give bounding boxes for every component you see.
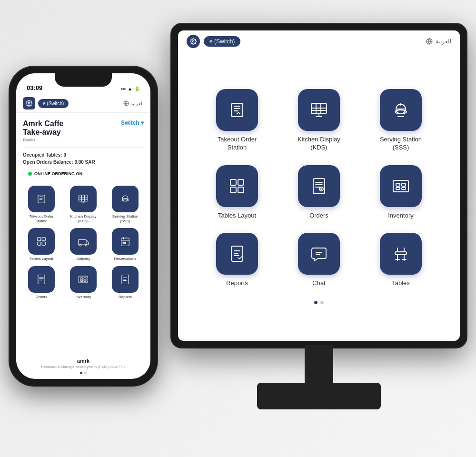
tables-icon-box — [380, 233, 422, 275]
phone-inline-switch[interactable]: Switch ▾ — [121, 119, 144, 126]
svg-point-30 — [28, 102, 30, 104]
phone-takeout-label: Takeout OrderStation — [30, 214, 54, 223]
svg-rect-13 — [230, 187, 236, 193]
phone-app-reports[interactable]: Reports — [107, 266, 144, 299]
monitor-pagination — [314, 301, 324, 304]
phone-footer: amrk Restaurant Management System (RMS) … — [16, 353, 150, 379]
svg-rect-42 — [42, 238, 45, 241]
svg-point-0 — [192, 40, 194, 42]
phone-brand: amrk — [77, 358, 89, 364]
svg-rect-20 — [396, 188, 400, 189]
phone-notch — [55, 73, 112, 87]
open-orders-stat: Open Orders Balance: 0.00 SAR — [23, 159, 144, 165]
monitor-content: Takeout OrderStation Kitchen Display(KDS… — [178, 52, 460, 341]
phone-orders-label: Orders — [36, 295, 47, 299]
takeout-label: Takeout OrderStation — [218, 136, 257, 152]
phone-delivery-icon — [70, 228, 97, 255]
tables-layout-label: Tables Layout — [218, 212, 256, 220]
chat-icon-box — [298, 233, 340, 275]
svg-rect-53 — [80, 280, 83, 281]
svg-rect-43 — [38, 242, 41, 245]
phone-arabic-label: العربية — [130, 101, 144, 106]
phone-app-reservations[interactable]: Reservations — [107, 228, 144, 261]
svg-rect-45 — [78, 240, 86, 245]
tables-label: Tables — [392, 279, 410, 288]
phone-inventory-label: Inventory — [76, 295, 91, 299]
settings-icon[interactable] — [187, 35, 200, 48]
monitor-switch-button[interactable]: e (Switch) — [204, 36, 240, 47]
phone-top-bar-left: e (Switch) — [23, 97, 69, 109]
phone-app-orders[interactable]: Orders — [23, 266, 60, 299]
svg-rect-50 — [79, 276, 88, 283]
takeout-icon-box — [216, 89, 258, 131]
phone-app-takeout[interactable]: Takeout OrderStation — [23, 186, 60, 223]
phone-signal-icons: ▪▪▪ ▲ 🔋 — [120, 86, 140, 91]
svg-rect-12 — [238, 179, 244, 185]
phone-kds-icon — [70, 186, 97, 212]
restaurant-role: Binder — [23, 138, 63, 142]
divider-1 — [23, 147, 144, 148]
svg-rect-3 — [231, 103, 243, 117]
phone-body: 03:09 ▪▪▪ ▲ 🔋 e (Switch) — [10, 67, 157, 386]
phone-reservations-label: Reservations — [114, 257, 137, 261]
svg-rect-11 — [230, 179, 236, 185]
monitor-header-left: e (Switch) — [187, 35, 240, 48]
monitor-app-takeout[interactable]: Takeout OrderStation — [205, 89, 269, 152]
monitor-neck — [305, 345, 333, 383]
phone-pagination — [80, 372, 87, 374]
svg-rect-54 — [84, 280, 86, 281]
svg-point-46 — [79, 245, 81, 247]
serving-icon-box — [380, 89, 422, 131]
phone-app-serving[interactable]: Serving Station(SSS) — [107, 186, 144, 223]
monitor-screen: e (Switch) العربية — [178, 30, 460, 341]
inventory-icon-box — [380, 165, 422, 207]
phone-serving-icon — [112, 186, 139, 212]
phone-app-delivery[interactable]: Delivery — [65, 228, 102, 261]
reports-icon-box — [216, 233, 258, 275]
phone-app-kds[interactable]: Kitchen Display(KDS) — [65, 186, 102, 223]
phone-switch-button[interactable]: e (Switch) — [38, 99, 69, 108]
pagination-dot-2 — [320, 301, 324, 304]
restaurant-info: Amrk CaffeTake-away Binder — [23, 119, 63, 142]
restaurant-header: Amrk CaffeTake-away Binder Switch ▾ — [23, 119, 144, 142]
pagination-dot-1 — [314, 301, 317, 304]
monitor-app-kds[interactable]: Kitchen Display(KDS) — [287, 89, 351, 152]
scene: e (Switch) العربية — [0, 0, 476, 457]
phone-kds-label: Kitchen Display(KDS) — [70, 214, 96, 223]
online-status-label: ONLINE ORDERING ON — [34, 171, 82, 176]
phone-dot-2 — [84, 372, 87, 374]
monitor-app-inventory[interactable]: Inventory — [368, 165, 433, 220]
phone-tables-layout-label: Tables Layout — [30, 257, 53, 261]
phone-screen: 03:09 ▪▪▪ ▲ 🔋 e (Switch) — [16, 73, 150, 379]
phone-app-tables-layout[interactable]: Tables Layout — [23, 228, 60, 261]
svg-rect-14 — [238, 187, 244, 193]
monitor-app-tables[interactable]: Tables — [368, 233, 433, 288]
phone-app-inventory[interactable]: Inventory — [65, 266, 102, 299]
monitor-wrapper: e (Switch) العربية — [171, 24, 466, 433]
monitor-app-serving[interactable]: Serving Station(SSS) — [368, 89, 433, 152]
svg-rect-51 — [80, 278, 83, 279]
svg-rect-21 — [402, 188, 406, 189]
svg-rect-4 — [311, 103, 327, 114]
monitor-app-orders[interactable]: Orders — [287, 165, 351, 220]
svg-rect-19 — [402, 183, 406, 186]
phone-app-grid: Takeout OrderStation Kitchen Display(KDS… — [23, 186, 144, 299]
svg-rect-15 — [313, 179, 325, 194]
monitor-app-tables-layout[interactable]: Tables Layout — [205, 165, 269, 220]
svg-rect-41 — [38, 238, 41, 241]
monitor-arabic-label: العربية — [436, 38, 451, 45]
svg-rect-22 — [231, 246, 243, 261]
svg-rect-33 — [38, 195, 45, 203]
monitor-app-reports[interactable]: Reports — [205, 233, 269, 288]
phone-reservations-icon — [112, 228, 139, 255]
monitor-app-chat[interactable]: Chat — [287, 233, 351, 288]
occupied-tables-stat: Occupied Tables: 0 — [23, 152, 144, 158]
serving-label: Serving Station(SSS) — [380, 136, 422, 152]
kds-icon-box — [298, 89, 340, 131]
monitor-app-grid: Takeout OrderStation Kitchen Display(KDS… — [205, 89, 433, 288]
green-dot — [28, 172, 32, 176]
phone-version: Restaurant Management System (RMS) v2.4.… — [41, 365, 125, 369]
phone-settings-icon[interactable] — [23, 97, 35, 109]
monitor-base — [257, 383, 381, 409]
reports-label: Reports — [226, 279, 248, 288]
